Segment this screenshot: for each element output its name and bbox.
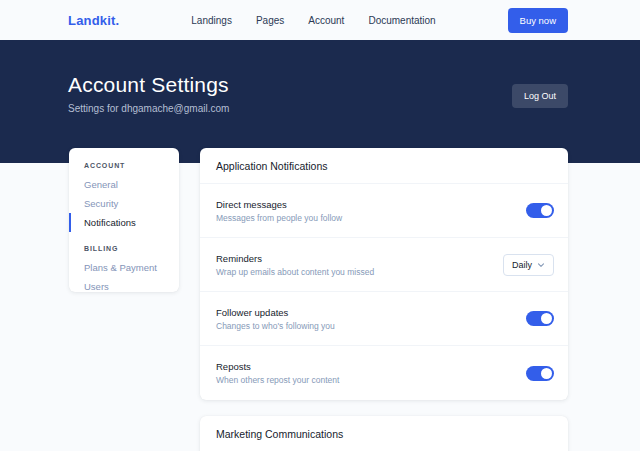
brand-logo[interactable]: Landkit. <box>68 13 119 28</box>
setting-subtitle: Wrap up emails about content you missed <box>216 267 374 277</box>
marketing-communications-card: Marketing Communications <box>200 416 568 451</box>
nav-link-documentation[interactable]: Documentation <box>368 15 435 26</box>
direct-messages-toggle[interactable] <box>526 203 554 218</box>
nav-link-account[interactable]: Account <box>308 15 344 26</box>
sidebar-section-account: ACCOUNT General Security Notifications <box>69 162 179 232</box>
setting-title: Reposts <box>216 361 339 372</box>
sidebar-section-billing: BILLING Plans & Payment Users <box>69 245 179 296</box>
nav-links: Landings Pages Account Documentation <box>119 15 507 26</box>
sidebar-item-notifications[interactable]: Notifications <box>69 213 179 232</box>
setting-subtitle: When others repost your content <box>216 375 339 385</box>
setting-text: Reminders Wrap up emails about content y… <box>216 253 374 277</box>
sidebar-item-plans-payment[interactable]: Plans & Payment <box>69 258 179 277</box>
settings-sidebar: ACCOUNT General Security Notifications B… <box>69 148 179 292</box>
setting-title: Follower updates <box>216 307 335 318</box>
reposts-toggle[interactable] <box>526 366 554 381</box>
page-header: Account Settings Settings for dhgamache@… <box>0 40 640 163</box>
chevron-down-icon <box>537 261 545 269</box>
sidebar-item-security[interactable]: Security <box>69 194 179 213</box>
setting-subtitle: Messages from people you follow <box>216 213 342 223</box>
follower-updates-toggle[interactable] <box>526 311 554 326</box>
application-notifications-card: Application Notifications Direct message… <box>200 148 568 400</box>
setting-text: Reposts When others repost your content <box>216 361 339 385</box>
page-subtitle: Settings for dhgamache@gmail.com <box>68 103 229 114</box>
setting-title: Reminders <box>216 253 374 264</box>
sidebar-item-users[interactable]: Users <box>69 277 179 296</box>
setting-text: Direct messages Messages from people you… <box>216 199 342 223</box>
select-value: Daily <box>512 260 532 270</box>
sidebar-heading-billing: BILLING <box>69 245 179 252</box>
reminders-frequency-select[interactable]: Daily <box>503 254 554 276</box>
buy-now-button[interactable]: Buy now <box>508 8 568 33</box>
page-title: Account Settings <box>68 73 229 97</box>
setting-row-direct-messages: Direct messages Messages from people you… <box>200 184 568 238</box>
sidebar-item-general[interactable]: General <box>69 175 179 194</box>
setting-row-follower-updates: Follower updates Changes to who's follow… <box>200 292 568 346</box>
setting-subtitle: Changes to who's following you <box>216 321 335 331</box>
toggle-knob <box>541 313 552 324</box>
nav-link-pages[interactable]: Pages <box>256 15 284 26</box>
setting-text: Follower updates Changes to who's follow… <box>216 307 335 331</box>
nav-link-landings[interactable]: Landings <box>191 15 232 26</box>
toggle-knob <box>541 205 552 216</box>
toggle-knob <box>541 368 552 379</box>
logout-button[interactable]: Log Out <box>512 84 568 108</box>
top-navbar: Landkit. Landings Pages Account Document… <box>0 0 640 40</box>
card-title-marketing-communications: Marketing Communications <box>200 416 568 451</box>
setting-title: Direct messages <box>216 199 342 210</box>
setting-row-reposts: Reposts When others repost your content <box>200 346 568 400</box>
card-title-application-notifications: Application Notifications <box>200 148 568 184</box>
sidebar-heading-account: ACCOUNT <box>69 162 179 169</box>
setting-row-reminders: Reminders Wrap up emails about content y… <box>200 238 568 292</box>
